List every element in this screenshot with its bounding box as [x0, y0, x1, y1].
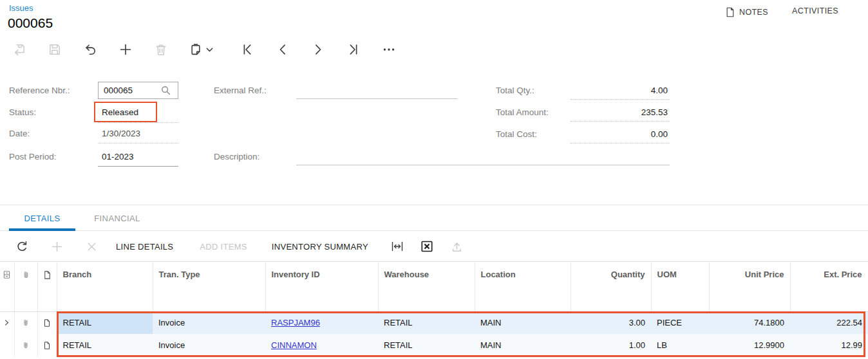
active-tab-indicator — [9, 228, 75, 231]
ellipsis-icon — [382, 42, 396, 57]
inventory-summary-button[interactable]: INVENTORY SUMMARY — [269, 238, 371, 255]
grid-settings-header[interactable] — [0, 262, 14, 311]
previous-record-button[interactable] — [275, 41, 290, 58]
total-cost-label: Total Cost: — [496, 129, 537, 139]
next-record-button[interactable] — [310, 41, 326, 58]
row-indicator-cell — [0, 334, 14, 356]
reference-nbr-field[interactable] — [98, 82, 178, 99]
inventory-id-link[interactable]: RASPJAM96 — [271, 318, 320, 327]
upload-button — [449, 238, 465, 255]
note-file-icon — [38, 270, 57, 281]
column-header-branch[interactable]: Branch — [57, 262, 153, 311]
row-note-cell[interactable] — [37, 311, 57, 334]
activities-button[interactable]: ACTIVITIES — [792, 6, 838, 15]
row-attachment-cell[interactable] — [14, 334, 37, 356]
grid-settings-icon — [0, 270, 14, 280]
cell-tran-type[interactable]: Invoice — [153, 334, 265, 356]
last-record-icon — [346, 42, 361, 57]
issues-screen: Issues 000065 NOTES ACTIVITIES — [0, 0, 868, 359]
cell-location[interactable]: MAIN — [475, 311, 571, 334]
total-qty-underline — [571, 99, 670, 100]
tab-strip: DETAILS FINANCIAL — [0, 205, 868, 231]
cell-inventory-id[interactable]: RASPJAM96 — [265, 311, 378, 334]
cell-unit-price[interactable]: 74.1800 — [709, 311, 790, 334]
current-row-chevron-icon — [0, 318, 14, 327]
trash-icon — [154, 42, 168, 57]
refresh-button[interactable] — [14, 238, 30, 255]
notes-button[interactable]: NOTES — [725, 6, 768, 18]
grid-toolbar: LINE DETAILS ADD ITEMS INVENTORY SUMMARY — [0, 232, 868, 262]
paperclip-icon — [15, 270, 37, 281]
lookup-magnifier-icon[interactable] — [160, 85, 171, 96]
tab-details[interactable]: DETAILS — [9, 205, 75, 231]
total-qty-value: 4.00 — [567, 86, 668, 95]
column-header-location[interactable]: Location — [475, 262, 571, 311]
cell-ext-price[interactable]: 12.99 — [790, 334, 868, 356]
cell-quantity[interactable]: 3.00 — [571, 311, 651, 334]
upload-icon — [450, 240, 464, 253]
post-period-label: Post Period: — [9, 152, 57, 161]
row-note-cell[interactable] — [37, 334, 57, 356]
column-header-quantity[interactable]: Quantity — [571, 262, 651, 311]
inventory-id-link[interactable]: CINNAMON — [271, 340, 317, 350]
attachments-column-header[interactable] — [14, 262, 37, 311]
grid-row-2[interactable]: RETAIL Invoice CINNAMON RETAIL MAIN 1.00… — [0, 334, 868, 356]
column-header-tran-type[interactable]: Tran. Type — [153, 262, 265, 311]
save-and-close-icon — [12, 42, 26, 57]
delete-row-button — [84, 238, 99, 255]
refresh-icon — [15, 240, 29, 253]
fit-to-screen-button[interactable] — [389, 238, 406, 255]
cell-location[interactable]: MAIN — [475, 334, 571, 356]
grid-header-row: Branch Tran. Type Inventory ID Warehouse… — [0, 262, 868, 311]
column-header-uom[interactable]: UOM — [651, 262, 709, 311]
copy-paste-button[interactable] — [189, 41, 218, 58]
column-header-ext-price[interactable]: Ext. Price — [790, 262, 868, 311]
cell-tran-type[interactable]: Invoice — [153, 311, 265, 334]
save-icon — [48, 42, 62, 57]
cell-unit-price[interactable]: 12.9900 — [709, 334, 790, 356]
cell-branch[interactable]: RETAIL — [57, 311, 153, 334]
first-record-button[interactable] — [240, 41, 255, 58]
total-cost-value: 0.00 — [567, 129, 668, 139]
add-record-button[interactable] — [118, 41, 133, 58]
total-amount-label: Total Amount: — [496, 107, 549, 117]
save-and-close-button — [12, 41, 27, 58]
cell-inventory-id[interactable]: CINNAMON — [265, 334, 378, 356]
date-field-underline — [98, 143, 178, 143]
cell-branch[interactable]: RETAIL — [57, 334, 153, 356]
notes-column-header[interactable] — [37, 262, 57, 311]
reference-nbr-input[interactable] — [99, 86, 160, 95]
breadcrumb-issues[interactable]: Issues — [9, 3, 33, 13]
cell-uom[interactable]: LB — [651, 334, 709, 356]
last-record-button[interactable] — [346, 41, 361, 58]
column-header-inventory-id[interactable]: Inventory ID — [265, 262, 378, 311]
delete-record-button — [153, 41, 169, 58]
add-items-button: ADD ITEMS — [197, 238, 249, 255]
more-actions-button[interactable] — [381, 41, 397, 58]
external-ref-input[interactable] — [296, 84, 457, 99]
status-value: Released — [102, 107, 138, 117]
column-header-unit-price[interactable]: Unit Price — [709, 262, 790, 311]
total-cost-underline — [571, 143, 670, 143]
cell-uom[interactable]: PIECE — [651, 311, 709, 334]
undo-button[interactable] — [82, 41, 98, 58]
cell-warehouse[interactable]: RETAIL — [378, 334, 475, 356]
column-header-warehouse[interactable]: Warehouse — [378, 262, 475, 311]
clipboard-icon — [189, 42, 203, 57]
date-value: 1/30/2023 — [102, 129, 140, 138]
reference-nbr-label: Reference Nbr.: — [9, 86, 70, 95]
activities-label: ACTIVITIES — [792, 6, 838, 15]
line-details-button[interactable]: LINE DETAILS — [113, 238, 176, 255]
x-icon — [86, 241, 98, 253]
cell-ext-price[interactable]: 222.54 — [790, 311, 868, 334]
first-record-icon — [240, 42, 254, 57]
paperclip-icon — [15, 318, 37, 328]
tab-financial[interactable]: FINANCIAL — [90, 205, 144, 231]
note-file-icon — [38, 318, 57, 328]
description-input[interactable] — [296, 150, 670, 165]
cell-warehouse[interactable]: RETAIL — [378, 311, 475, 334]
row-attachment-cell[interactable] — [14, 311, 37, 334]
cell-quantity[interactable]: 1.00 — [571, 334, 651, 356]
grid-row-1[interactable]: RETAIL Invoice RASPJAM96 RETAIL MAIN 3.0… — [0, 311, 868, 334]
export-to-excel-button[interactable] — [419, 238, 435, 255]
